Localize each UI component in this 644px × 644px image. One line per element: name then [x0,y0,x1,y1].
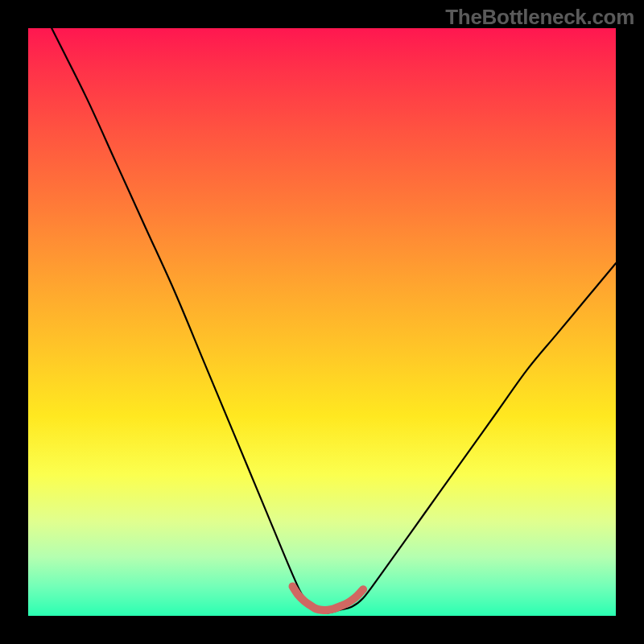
chart-container: TheBottleneck.com [0,0,644,644]
plot-area [28,28,616,616]
watermark-text: TheBottleneck.com [445,5,634,30]
curve-svg [28,28,616,616]
bottleneck-curve-line [28,28,616,613]
